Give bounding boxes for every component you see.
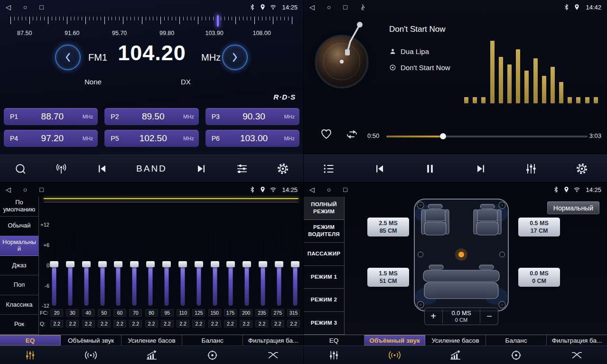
slider-thumb[interactable]: [243, 261, 251, 267]
eq-preset-item[interactable]: Поп: [0, 275, 38, 295]
slider-thumb[interactable]: [259, 261, 267, 267]
eq-band-slider-60[interactable]: [113, 223, 123, 306]
audio-tab-icon-eq[interactable]: [0, 346, 61, 364]
eq-band-slider-150[interactable]: [210, 223, 220, 306]
delay-front-right[interactable]: 0.5 MS 17 СМ: [518, 218, 560, 237]
slider-thumb[interactable]: [66, 261, 75, 267]
repeat-button[interactable]: [346, 128, 358, 140]
audio-tab-icon-filter[interactable]: [243, 346, 303, 364]
tune-up-button[interactable]: [222, 45, 248, 70]
eq-band-slider-200[interactable]: [242, 223, 252, 306]
progress-bar[interactable]: [386, 136, 588, 137]
eq-band-slider-20[interactable]: [49, 223, 59, 306]
slider-thumb[interactable]: [291, 261, 299, 267]
eq-band-slider-275[interactable]: [274, 223, 284, 306]
audio-tab-icon-balance[interactable]: [486, 346, 546, 364]
audio-settings-button[interactable]: [524, 162, 538, 175]
slider-thumb[interactable]: [82, 261, 91, 267]
slider-thumb[interactable]: [98, 261, 107, 267]
delay-rear-right[interactable]: 0.0 MS 0 СМ: [518, 268, 560, 287]
eq-band-slider-175[interactable]: [226, 223, 235, 306]
preset-button-p6[interactable]: P6103.00MHz: [205, 130, 299, 147]
surround-mode-item[interactable]: ПОЛНЫЙ РЕЖИМ: [304, 197, 344, 220]
audio-settings-button[interactable]: [235, 162, 249, 175]
slider-thumb[interactable]: [130, 261, 139, 267]
audio-tab-1[interactable]: EQ: [304, 335, 364, 346]
eq-preset-item[interactable]: Рок: [0, 315, 38, 335]
audio-tab-4[interactable]: Баланс: [486, 335, 547, 346]
surround-mode-item[interactable]: РЕЖИМ 3: [304, 312, 344, 335]
slider-thumb[interactable]: [275, 261, 283, 267]
recents-button[interactable]: □: [39, 186, 43, 193]
slider-thumb[interactable]: [50, 261, 58, 267]
audio-tab-1[interactable]: EQ: [0, 335, 61, 346]
slider-thumb[interactable]: [162, 261, 171, 267]
audio-tab-4[interactable]: Баланс: [182, 335, 243, 346]
back-button[interactable]: ◁: [309, 4, 315, 10]
audio-tab-icon-surround[interactable]: [61, 346, 121, 364]
preset-button-p1[interactable]: P188.70MHz: [4, 108, 98, 125]
eq-band-slider-125[interactable]: [194, 223, 204, 306]
eq-preset-item[interactable]: Джаз: [0, 256, 38, 276]
audio-tab-5[interactable]: Фильтрация ба...: [547, 335, 607, 346]
slider-thumb[interactable]: [195, 261, 203, 267]
home-button[interactable]: ○: [23, 4, 27, 10]
scan-button[interactable]: [14, 162, 27, 175]
audio-tab-2[interactable]: Объёмный звук: [364, 335, 425, 346]
previous-track-button[interactable]: [373, 162, 386, 175]
band-button[interactable]: BAND: [136, 164, 167, 174]
back-button[interactable]: ◁: [6, 186, 11, 193]
favorite-button[interactable]: [320, 128, 333, 140]
eq-preset-item[interactable]: По умолчанию: [0, 197, 38, 217]
slider-thumb[interactable]: [114, 261, 122, 267]
audio-tab-icon-filter[interactable]: [546, 346, 607, 364]
eq-preset-item[interactable]: Классика: [0, 295, 38, 315]
eq-band-slider-315[interactable]: [290, 223, 300, 306]
tune-down-button[interactable]: [55, 45, 81, 70]
audio-tab-icon-surround[interactable]: [364, 346, 425, 364]
settings-button[interactable]: [575, 162, 588, 175]
audio-tab-icon-bass[interactable]: [121, 346, 182, 364]
frequency-pointer[interactable]: [217, 15, 219, 27]
broadcast-button[interactable]: [55, 162, 68, 175]
progress-thumb[interactable]: [440, 133, 446, 139]
audio-tab-3[interactable]: Усиление басов: [425, 335, 486, 346]
eq-band-slider-235[interactable]: [258, 223, 268, 306]
delay-rear-left[interactable]: 1.5 MS 51 СМ: [367, 268, 409, 287]
back-button[interactable]: ◁: [6, 4, 11, 10]
eq-preset-item[interactable]: Нормальный: [0, 236, 38, 256]
playlist-button[interactable]: [322, 162, 336, 175]
eq-band-slider-80[interactable]: [146, 223, 155, 306]
next-track-button[interactable]: [474, 162, 487, 175]
eq-band-slider-40[interactable]: [82, 223, 91, 306]
audio-tab-icon-balance[interactable]: [182, 346, 243, 364]
preset-button-p5[interactable]: P5102.50MHz: [104, 130, 198, 147]
slider-thumb[interactable]: [211, 261, 219, 267]
audio-tab-icon-eq[interactable]: [304, 346, 364, 364]
home-button[interactable]: ○: [327, 4, 331, 10]
home-button[interactable]: ○: [327, 186, 331, 193]
slider-thumb[interactable]: [226, 261, 235, 267]
preset-button-p4[interactable]: P497.20MHz: [4, 130, 98, 147]
preset-button-p3[interactable]: P390.30MHz: [205, 108, 299, 125]
surround-mode-item[interactable]: РЕЖИМ ВОДИТЕЛЯ: [304, 220, 344, 243]
decrease-delay-button[interactable]: −: [480, 311, 498, 322]
surround-mode-item[interactable]: РЕЖИМ 1: [304, 266, 344, 289]
next-station-button[interactable]: [195, 162, 208, 175]
back-button[interactable]: ◁: [309, 186, 315, 193]
eq-band-slider-110[interactable]: [178, 223, 187, 306]
slider-thumb[interactable]: [178, 261, 187, 267]
home-button[interactable]: ○: [23, 186, 27, 193]
frequency-ruler[interactable]: [10, 16, 293, 28]
increase-delay-button[interactable]: +: [424, 311, 442, 322]
eq-band-slider-30[interactable]: [65, 223, 75, 306]
pause-button[interactable]: [423, 162, 437, 175]
recents-button[interactable]: □: [343, 4, 347, 10]
surround-mode-item[interactable]: РЕЖИМ 2: [304, 289, 344, 312]
slider-thumb[interactable]: [146, 261, 155, 267]
audio-tab-3[interactable]: Усиление басов: [121, 335, 182, 346]
surround-mode-item[interactable]: ПАССАЖИР: [304, 243, 344, 266]
recents-button[interactable]: □: [39, 4, 43, 10]
delay-front-left[interactable]: 2.5 MS 85 СМ: [367, 218, 409, 237]
eq-band-slider-50[interactable]: [98, 223, 107, 306]
